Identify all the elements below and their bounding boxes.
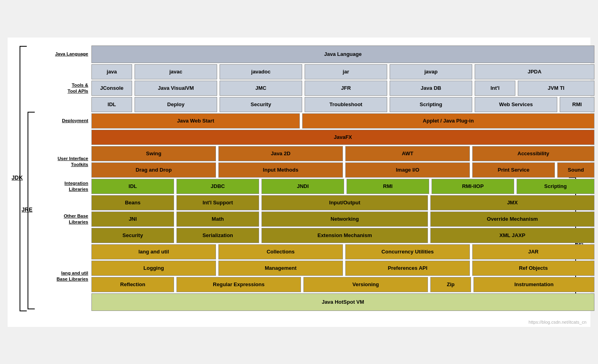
grid-cell: RMI — [560, 97, 594, 112]
grid-cell: JNDI — [261, 179, 344, 194]
grid-cell: Int'l — [475, 81, 515, 96]
grid-cell: JNI — [91, 212, 174, 227]
grid-cell: javap — [390, 64, 472, 79]
grid-cell: Image I/O — [345, 162, 470, 178]
grid-cell: Regular Expressions — [176, 277, 301, 292]
grid-cell: Troubleshoot — [305, 97, 387, 112]
grid-cell: Serialization — [176, 228, 259, 243]
row-label: Other Base Libraries — [48, 195, 91, 243]
watermark: https://blog.csdn.net/itcats_cn — [529, 320, 586, 324]
grid-cell: Deploy — [135, 97, 217, 112]
grid-cell: Security — [220, 97, 302, 112]
grid-cell: Java 2D — [218, 146, 343, 161]
grid-cell: AWT — [345, 146, 470, 161]
grid-cell: Print Service — [472, 162, 555, 178]
grid-cell: Scripting — [517, 179, 594, 194]
row-label: Tools & Tool APIs — [48, 64, 91, 112]
grid-cell: RMI — [347, 179, 429, 194]
grid-cell: Input Methods — [218, 162, 343, 178]
grid-cell: Int'l Support — [176, 195, 259, 210]
grid-cell: jar — [305, 64, 387, 79]
grid-cell: IDL — [91, 97, 132, 112]
grid-cell: Override Mechanism — [430, 212, 594, 227]
grid-cell: Drag and Drop — [91, 162, 216, 178]
grid-cell: lang and util — [91, 244, 216, 259]
grid-cell: Extension Mechanism — [261, 228, 428, 243]
grid-cell: JVM TI — [518, 81, 594, 96]
grid-cell: Preferences API — [345, 261, 470, 276]
grid-cell: Logging — [91, 261, 216, 276]
jdk-label: JDK — [12, 174, 23, 181]
grid-cell: javadoc — [220, 64, 302, 79]
grid-cell: Java HotSpot VM — [91, 293, 594, 311]
grid-cell: Instrumentation — [473, 277, 594, 292]
grid-cell: XML JAXP — [430, 228, 594, 243]
grid-cell: Java DB — [390, 81, 472, 96]
row-label: Java Language — [48, 46, 91, 63]
grid-cell: Java Web Start — [91, 113, 300, 129]
diagram-container: JDK JRE Java SEAPI Java LanguageJava Lan… — [8, 38, 590, 327]
grid-cell: JMX — [430, 195, 594, 210]
grid-cell: JMC — [220, 81, 302, 96]
grid-cell: Versioning — [303, 277, 428, 292]
grid-cell: Collections — [218, 244, 343, 259]
grid-cell: Sound — [557, 162, 594, 178]
grid-cell: Input/Output — [261, 195, 428, 210]
grid-cell: Math — [176, 212, 259, 227]
grid-cell: JDBC — [176, 179, 259, 194]
grid-cell: Accessibility — [472, 146, 594, 161]
grid-cell: Java Language — [91, 46, 594, 63]
grid-cell: JConsole — [91, 81, 132, 96]
row-label: lang and util Base Libraries — [48, 261, 91, 292]
grid-cell: JAR — [472, 244, 594, 259]
grid-cell: Java VisualVM — [135, 81, 217, 96]
grid-cell: Management — [218, 261, 343, 276]
grid-cell: javac — [135, 64, 217, 79]
grid-cell: Swing — [91, 146, 216, 161]
grid-cell: Concurrency Utilities — [345, 244, 470, 259]
grid-cell: java — [91, 64, 132, 79]
row-label: Integration Libraries — [48, 179, 91, 194]
row-label: Deployment — [48, 113, 91, 129]
grid-cell: Scripting — [390, 97, 472, 112]
grid-cell: Zip — [430, 277, 471, 292]
jre-label: JRE — [22, 206, 32, 213]
row-label: User Interface Toolkits — [48, 146, 91, 178]
grid-cell: Web Services — [475, 97, 557, 112]
grid-cell: JavaFX — [91, 130, 594, 145]
grid-cell: Beans — [91, 195, 174, 210]
grid-cell: Reflection — [91, 277, 174, 292]
grid-cell: Networking — [261, 212, 428, 227]
grid-cell: IDL — [91, 179, 174, 194]
grid-cell: JPDA — [475, 64, 594, 79]
grid-cell: Ref Objects — [472, 261, 594, 276]
grid-cell: RMI-IIOP — [432, 179, 514, 194]
grid-cell: Applet / Java Plug-in — [302, 113, 594, 129]
grid-cell: Security — [91, 228, 174, 243]
grid-cell: JFR — [305, 81, 387, 96]
